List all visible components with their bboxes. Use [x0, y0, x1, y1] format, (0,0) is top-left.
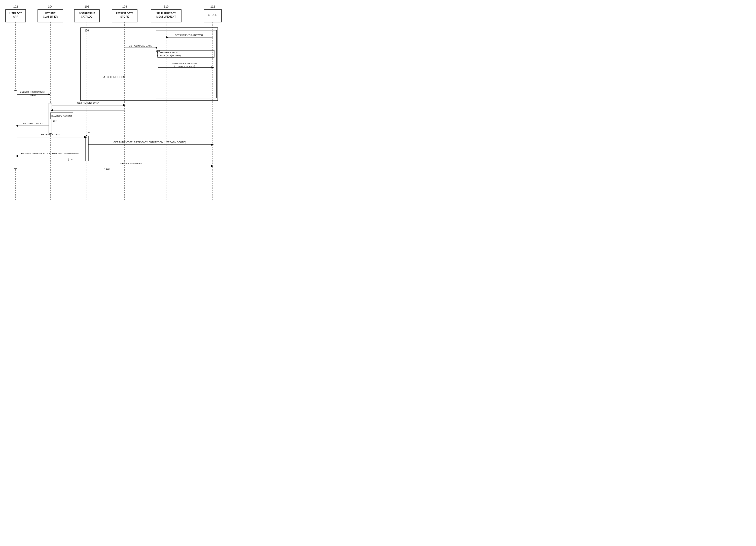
- ref-130: 130: [69, 158, 73, 161]
- label-get-patients-answer: GET PATIENT'S ANSWER: [175, 34, 203, 37]
- ref-128: 128: [156, 50, 160, 52]
- ref-104: 104: [48, 5, 53, 8]
- diagram-container: 102 104 106 108 110 112 LITERACY APP PAT…: [0, 0, 302, 219]
- label-write-measurement-2: (LITERACY SCORE): [174, 65, 195, 68]
- label-measure-1: MEASURE SELF-: [160, 51, 178, 54]
- svg-rect-0: [0, 0, 302, 219]
- label-return-instrument: RETURN DYNAMICALLY COMPOSED INSTRUMENT: [21, 152, 80, 155]
- label-patient-classifier-1: PATIENT: [45, 12, 56, 15]
- label-patient-data-store-1: PATIENT DATA: [116, 12, 133, 15]
- label-literacy-app-1: LITERACY: [10, 12, 22, 15]
- label-get-self-efficacy: GET PATIENT SELF-EFFICACY ESTIMATION (LI…: [114, 141, 186, 144]
- ref-102: 102: [13, 5, 18, 8]
- ref-106: 106: [85, 5, 89, 8]
- label-select-instrument-1: SELECT INSTRUMENT: [20, 90, 46, 93]
- label-patient-classifier-2: CLASSIFIER: [43, 15, 58, 18]
- activation-literacy-app: [14, 91, 17, 169]
- label-patient-data-store-2: STORE: [120, 15, 129, 18]
- label-batch-process: BATCH PROCESS: [101, 76, 125, 79]
- label-retrieve-item: RETRIEVE ITEM: [41, 133, 60, 136]
- label-get-patient-data: GET PATIENT DATA: [77, 101, 99, 104]
- label-store: STORE: [208, 14, 217, 16]
- label-write-measurement-1: WRITE MEASUREMENT: [171, 62, 197, 65]
- ref-126: 126: [85, 29, 89, 32]
- label-instrument-catalog-2: CATALOG: [81, 15, 93, 18]
- label-self-efficacy-2: MEASUREMENT: [156, 15, 176, 18]
- label-classify-patient: CLASSIFY PATIENT: [51, 115, 72, 117]
- label-return-item-id: RETURN ITEM ID: [23, 122, 42, 125]
- label-self-efficacy-1: SELF-EFFICACY: [156, 12, 176, 15]
- ref-122: 122: [53, 120, 57, 123]
- label-instrument-catalog-1: INSTRUMENT: [79, 12, 95, 15]
- ref-124: 124: [86, 131, 90, 134]
- ref-110: 110: [164, 5, 168, 8]
- label-select-instrument-2: ITEM: [30, 93, 36, 96]
- label-get-clinical-data: GET CLINICAL DATA: [129, 44, 152, 47]
- ref-112: 112: [210, 5, 215, 8]
- label-writer-answers: WRITER ANSWERS: [120, 162, 142, 165]
- label-literacy-app-2: APP: [13, 15, 18, 18]
- label-measure-2: EFFICACY(SCORE): [160, 54, 181, 57]
- activation-instrument-catalog: [85, 136, 88, 161]
- ref-132: 132: [106, 168, 110, 170]
- ref-108: 108: [122, 5, 127, 8]
